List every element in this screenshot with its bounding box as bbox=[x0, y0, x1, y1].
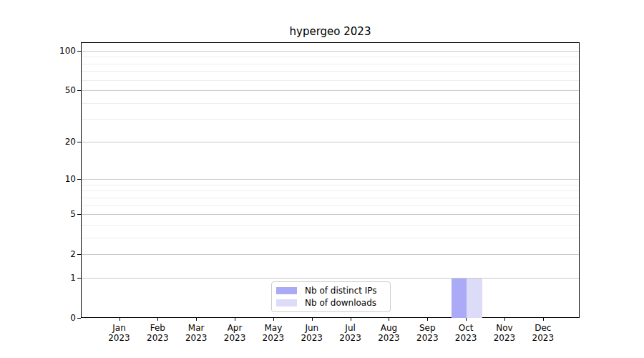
minor-gridline bbox=[82, 185, 579, 185]
major-gridline bbox=[82, 179, 579, 180]
minor-gridline bbox=[82, 198, 579, 198]
x-tick-label: May2023 bbox=[253, 323, 293, 343]
x-tick-label: Mar2023 bbox=[176, 323, 216, 343]
y-tick-label: 50 bbox=[26, 85, 76, 95]
x-tick-mark bbox=[119, 318, 120, 321]
x-tick-mark bbox=[466, 318, 467, 321]
y-tick-mark bbox=[77, 51, 81, 52]
x-tick-label: Feb2023 bbox=[137, 323, 177, 343]
minor-gridline bbox=[82, 238, 579, 238]
x-tick-label: Nov2023 bbox=[484, 323, 525, 343]
legend-label-distinct-ips: Nb of distinct IPs bbox=[305, 286, 377, 295]
major-gridline bbox=[82, 51, 579, 52]
x-tick-label: Oct2023 bbox=[446, 323, 486, 343]
x-tick-mark bbox=[427, 318, 428, 321]
x-tick-mark bbox=[351, 318, 351, 321]
major-gridline bbox=[82, 278, 579, 279]
x-tick-mark bbox=[157, 318, 158, 321]
x-tick-mark bbox=[273, 318, 274, 321]
y-tick-mark bbox=[77, 142, 81, 142]
y-tick-label: 20 bbox=[26, 137, 76, 147]
major-gridline bbox=[82, 90, 579, 91]
legend-item-distinct-ips: Nb of distinct IPs bbox=[276, 287, 386, 294]
plot-area bbox=[81, 42, 580, 318]
x-tick-mark bbox=[312, 318, 313, 321]
y-tick-label: 2 bbox=[26, 249, 76, 259]
legend: Nb of distinct IPs Nb of downloads bbox=[271, 281, 391, 312]
y-tick-label: 100 bbox=[26, 46, 76, 56]
legend-swatch-downloads bbox=[276, 299, 297, 306]
y-tick-label: 10 bbox=[26, 174, 76, 184]
legend-swatch-distinct-ips bbox=[276, 287, 297, 294]
y-tick-label: 0 bbox=[26, 313, 76, 323]
minor-gridline bbox=[82, 225, 579, 226]
y-tick-label: 1 bbox=[26, 273, 76, 283]
minor-gridline bbox=[82, 119, 579, 120]
y-tick-mark bbox=[77, 278, 81, 279]
x-tick-label: Dec2023 bbox=[523, 323, 563, 343]
minor-gridline bbox=[82, 103, 579, 104]
y-tick-mark bbox=[77, 179, 81, 180]
legend-item-downloads: Nb of downloads bbox=[276, 299, 386, 306]
x-tick-label: Jun2023 bbox=[292, 323, 332, 343]
x-tick-mark bbox=[196, 318, 197, 321]
x-tick-mark bbox=[235, 318, 235, 321]
chart-canvas: hypergeo 2023 0125102050100 Jan2023Feb20… bbox=[0, 0, 644, 358]
bar-downloads bbox=[467, 279, 482, 318]
major-gridline bbox=[82, 142, 579, 142]
x-tick-mark bbox=[543, 318, 544, 321]
y-tick-label: 5 bbox=[26, 209, 76, 219]
y-tick-mark bbox=[77, 318, 81, 319]
minor-gridline bbox=[82, 80, 579, 81]
major-gridline bbox=[82, 254, 579, 255]
legend-label-downloads: Nb of downloads bbox=[305, 299, 376, 307]
minor-gridline bbox=[82, 57, 579, 57]
bar-distinct-ips bbox=[452, 279, 467, 318]
chart-title: hypergeo 2023 bbox=[81, 25, 580, 38]
x-tick-label: Apr2023 bbox=[215, 323, 255, 343]
major-gridline bbox=[82, 214, 579, 215]
x-tick-label: Aug2023 bbox=[369, 323, 409, 343]
x-tick-mark bbox=[389, 318, 389, 321]
minor-gridline bbox=[82, 205, 579, 206]
x-tick-mark bbox=[504, 318, 505, 321]
y-tick-mark bbox=[77, 254, 81, 255]
y-tick-mark bbox=[77, 90, 81, 91]
minor-gridline bbox=[82, 71, 579, 72]
minor-gridline bbox=[82, 64, 579, 64]
minor-gridline bbox=[82, 190, 579, 191]
x-tick-label: Jan2023 bbox=[99, 323, 140, 343]
x-tick-label: Sep2023 bbox=[407, 323, 447, 343]
y-tick-mark bbox=[77, 214, 81, 215]
x-tick-label: Jul2023 bbox=[331, 323, 371, 343]
